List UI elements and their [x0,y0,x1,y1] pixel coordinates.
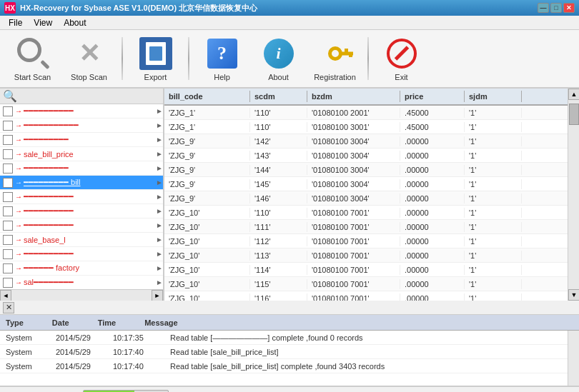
list-item[interactable]: → sal━━━━━━━━ ► [0,276,163,289]
list-item[interactable]: → ━━━━━━━━━━ ► [0,190,163,204]
table-cell: '01080100 7001' [307,251,400,261]
list-item[interactable]: → ━━━━━━━━━ ► [0,161,163,176]
table-cell: '145' [250,179,307,189]
registration-button[interactable]: Registration [308,32,362,85]
export-button[interactable]: Export [129,32,182,85]
minimize-button[interactable]: — [538,3,549,13]
exit-button[interactable]: Exit [375,32,428,85]
window-title: HX-Recovery for Sybase ASE V1.0(DEMO) 北京… [20,3,538,14]
log-body[interactable]: System2014/5/2910:17:35Read table [—————… [0,331,579,386]
help-button[interactable]: ? Help [195,32,249,85]
table-cell: 'ZJG_10' [164,236,250,246]
menu-about[interactable]: About [58,16,91,29]
menu-view[interactable]: View [28,16,58,29]
arrow-icon: → [15,121,22,129]
list-item[interactable]: → ━━━━━━━━━ bill ► [0,176,163,190]
table-cell: .00000 [400,165,465,175]
scroll-track[interactable] [11,290,152,301]
tree-checkbox[interactable] [3,164,13,174]
stop-scan-button[interactable]: ✕ Stop Scan [62,32,116,85]
table-row[interactable]: 'ZJG_10''113''01080100 7001'.00000'1' [164,248,568,263]
tree-checkbox[interactable] [3,192,13,202]
tree-checkbox[interactable] [3,135,13,145]
menu-file[interactable]: File [3,16,28,29]
close-button[interactable]: ✕ [563,3,575,13]
table-cell: '144' [250,165,307,175]
tree-checkbox[interactable] [3,106,13,116]
table-row[interactable]: 'ZJG_9''143''01080100 3004'.00000'1' [164,149,568,163]
table-cell: '1' [465,179,522,189]
table-row[interactable]: 'ZJG_9''146''01080100 3004'.00000'1' [164,191,568,206]
list-item[interactable]: → ━━━━━━ factory ► [0,261,163,276]
table-row[interactable]: 'ZJG_9''145''01080100 3004'.00000'1' [164,177,568,191]
table-cell: .45000 [400,108,465,118]
arrow-icon: → [15,136,22,144]
log-cell: System [0,347,50,357]
table-cell: 'ZJG_1' [164,122,250,132]
log-row[interactable]: System2014/5/2910:17:40Read table [sale_… [0,345,579,359]
registration-label: Registration [314,73,356,81]
tree-checkbox[interactable] [3,178,13,188]
table-row[interactable]: 'ZJG_1''110''01080100 3001'.45000'1' [164,120,568,134]
tree-item-label: ━━━━━━━━━━ [24,192,156,201]
tree-checkbox[interactable] [3,206,13,216]
log-cell: 10:17:40 [107,361,164,371]
tree-checkbox[interactable] [3,278,13,288]
log-row[interactable]: System2014/5/2910:17:40Read table [sale_… [0,359,579,373]
tree-checkbox[interactable] [3,221,13,231]
table-cell: '1' [465,251,522,261]
list-item[interactable]: → ━━━━━━━━━━━ ► [0,119,163,133]
scroll-left-button[interactable]: ◄ [0,290,11,301]
scroll-right-button[interactable]: ► [152,290,163,301]
tree-item-label: ━━━━━━━━━━ [24,249,156,258]
list-item[interactable]: → ━━━━━━━━━━ ► [0,247,163,261]
col-header-bill-code: bill_code [164,91,250,102]
list-item[interactable]: → sale_base_l ► [0,233,163,247]
table-row[interactable]: 'ZJG_10''112''01080100 7001'.00000'1' [164,234,568,248]
left-panel-content[interactable]: → ━━━━━━━━━━ ► → ━━━━━━━━━━━ ► → [0,104,163,289]
arrow-icon: → [15,236,22,243]
tree-checkbox[interactable] [3,121,13,131]
list-item[interactable]: → ━━━━━━━━━━ ► [0,204,163,218]
list-item[interactable]: → ━━━━━━━━━━ ► [0,104,163,119]
close-panel-button[interactable]: ✕ [3,302,14,313]
list-item[interactable]: → ━━━━━━━━━━ ► [0,218,163,233]
tree-item-label: ━━━━━━━━━ [24,164,156,173]
tree-checkbox[interactable] [3,235,13,245]
left-panel: 🔍 → ━━━━━━━━━━ ► → ━━━━━━━━━━━ ► [0,89,164,301]
scroll-thumb[interactable] [569,104,579,125]
start-scan-button[interactable]: Start Scan [6,32,59,85]
vertical-scrollbar[interactable]: ▲ ▼ [568,89,579,301]
scroll-up-button[interactable]: ▲ [568,89,579,100]
log-row[interactable]: System2014/5/2910:17:35Read table [—————… [0,331,579,345]
tree-checkbox[interactable] [3,149,13,159]
col-header-sjdm: sjdm [465,91,522,102]
table-cell: 'ZJG_10' [164,279,250,289]
table-row[interactable]: 'ZJG_10''111''01080100 7001'.00000'1' [164,220,568,234]
table-row[interactable]: 'ZJG_10''116''01080100 7001'.00000'1' [164,291,568,301]
list-item[interactable]: → sale_bill_price ► [0,147,163,161]
log-col-date: Date [52,318,69,327]
tree-checkbox[interactable] [3,263,13,273]
table-row[interactable]: 'ZJG_9''144''01080100 3004'.00000'1' [164,163,568,177]
about-button[interactable]: i About [252,32,305,85]
table-cell: 'ZJG_9' [164,151,250,161]
log-scrollbar[interactable] [568,331,579,386]
table-cell: 'ZJG_9' [164,194,250,203]
table-row[interactable]: 'ZJG_10''110''01080100 7001'.00000'1' [164,206,568,220]
tree-checkbox[interactable] [3,249,13,259]
search-icon: 🔍 [3,89,17,103]
list-item[interactable]: → ━━━━━━━━━ ► [0,133,163,147]
table-row[interactable]: 'ZJG_1''110''01080100 2001'.45000'1' [164,106,568,120]
table-row[interactable]: 'ZJG_10''114''01080100 7001'.00000'1' [164,263,568,277]
scroll-track[interactable] [568,100,579,289]
horizontal-scrollbar[interactable]: ◄ ► [0,289,163,301]
maximize-button[interactable]: □ [550,3,562,13]
table-row[interactable]: 'ZJG_10''115''01080100 7001'.00000'1' [164,277,568,291]
grid-body[interactable]: 'ZJG_1''110''01080100 2001'.45000'1''ZJG… [164,106,579,301]
scroll-down-button[interactable]: ▼ [568,289,579,301]
arrow-icon: → [15,207,22,215]
table-row[interactable]: 'ZJG_9''142''01080100 3004'.00000'1' [164,134,568,149]
table-cell: '142' [250,136,307,146]
table-cell: '113' [250,251,307,261]
